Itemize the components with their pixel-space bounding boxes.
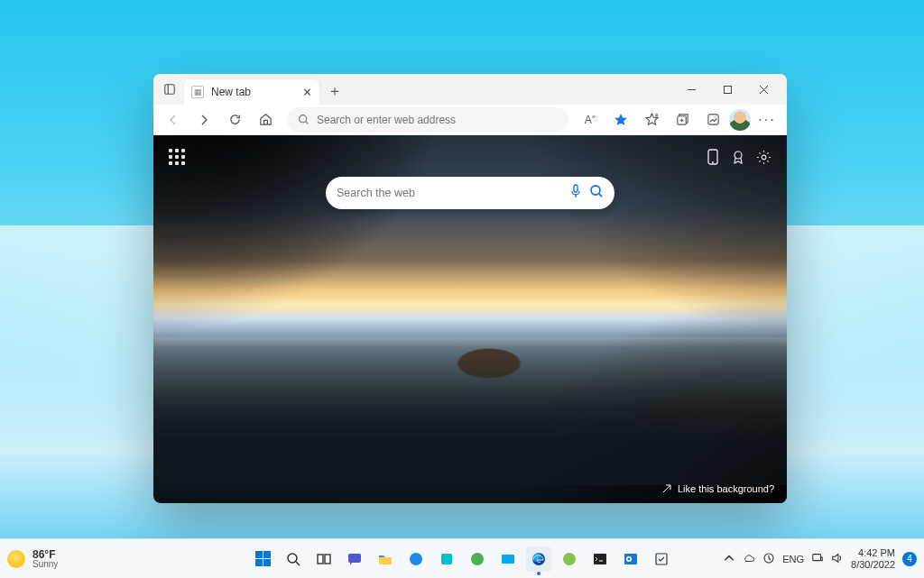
svg-rect-38 bbox=[656, 554, 667, 564]
svg-rect-25 bbox=[318, 555, 323, 564]
extension-button[interactable] bbox=[698, 107, 727, 133]
mobile-icon[interactable] bbox=[700, 144, 725, 170]
settings-gear-icon[interactable] bbox=[751, 144, 776, 170]
svg-line-22 bbox=[599, 194, 602, 197]
taskbar-app-icon[interactable] bbox=[403, 546, 429, 572]
language-indicator[interactable]: ENG bbox=[782, 554, 804, 564]
svg-point-21 bbox=[591, 186, 600, 195]
taskbar-app-icon[interactable] bbox=[434, 546, 459, 572]
svg-point-19 bbox=[762, 155, 766, 160]
back-button[interactable] bbox=[159, 107, 188, 133]
svg-rect-40 bbox=[813, 554, 821, 560]
home-button[interactable] bbox=[251, 107, 280, 133]
taskbar-app-icon[interactable] bbox=[495, 546, 521, 572]
like-background-button[interactable]: Like this background? bbox=[661, 483, 774, 494]
svg-rect-3 bbox=[724, 86, 731, 93]
edge-browser-window: ▦ New tab ✕ ＋ A» bbox=[153, 74, 787, 503]
favorites-list-button[interactable] bbox=[637, 107, 666, 133]
window-controls bbox=[673, 77, 781, 102]
more-menu-button[interactable]: ··· bbox=[753, 107, 781, 133]
svg-point-23 bbox=[288, 554, 297, 563]
weather-condition: Sunny bbox=[32, 560, 58, 569]
tab-actions-button[interactable] bbox=[159, 78, 180, 100]
taskbar-app-icon[interactable] bbox=[557, 546, 582, 572]
svg-point-33 bbox=[563, 553, 576, 565]
svg-rect-31 bbox=[502, 555, 514, 564]
refresh-button[interactable] bbox=[220, 107, 249, 133]
ntp-search-box[interactable] bbox=[326, 177, 614, 209]
svg-rect-29 bbox=[441, 554, 452, 564]
chat-button[interactable] bbox=[342, 546, 367, 572]
taskbar: 86°F Sunny EN bbox=[0, 538, 924, 578]
desktop: ▦ New tab ✕ ＋ A» bbox=[0, 0, 924, 578]
svg-line-24 bbox=[296, 562, 300, 565]
svg-rect-20 bbox=[574, 185, 578, 192]
file-explorer-button[interactable] bbox=[373, 546, 398, 572]
svg-point-37 bbox=[628, 557, 631, 560]
date-label: 8/30/2022 bbox=[851, 559, 895, 571]
minimize-button[interactable] bbox=[673, 77, 709, 102]
taskbar-app-icon[interactable] bbox=[465, 546, 490, 572]
titlebar: ▦ New tab ✕ ＋ bbox=[153, 74, 787, 105]
edge-taskbar-button[interactable] bbox=[526, 546, 551, 572]
profile-button[interactable] bbox=[729, 109, 751, 131]
svg-line-7 bbox=[306, 122, 308, 124]
outlook-button[interactable] bbox=[618, 546, 643, 572]
maximize-button[interactable] bbox=[709, 77, 745, 102]
taskbar-app-icon[interactable] bbox=[649, 546, 674, 572]
tray-onedrive-icon[interactable] bbox=[743, 552, 755, 566]
notification-badge[interactable]: 4 bbox=[902, 552, 917, 566]
tab-title: New tab bbox=[211, 86, 251, 98]
app-launcher-button[interactable] bbox=[164, 144, 189, 170]
weather-widget[interactable]: 86°F Sunny bbox=[7, 549, 58, 569]
ntp-topbar bbox=[164, 144, 776, 170]
address-input[interactable] bbox=[317, 114, 558, 126]
close-window-button[interactable] bbox=[745, 77, 781, 102]
svg-point-30 bbox=[471, 553, 484, 565]
time-label: 4:42 PM bbox=[858, 547, 895, 559]
weather-sun-icon bbox=[7, 550, 25, 568]
tray-app-icon[interactable] bbox=[762, 552, 775, 566]
collections-button[interactable] bbox=[668, 107, 697, 133]
svg-rect-27 bbox=[348, 554, 361, 563]
tab-favicon: ▦ bbox=[191, 86, 204, 98]
rewards-icon[interactable] bbox=[725, 144, 751, 170]
terminal-button[interactable] bbox=[587, 546, 613, 572]
svg-rect-26 bbox=[325, 555, 330, 564]
svg-point-18 bbox=[735, 151, 742, 159]
voice-search-icon[interactable] bbox=[569, 184, 582, 202]
browser-tab[interactable]: ▦ New tab ✕ bbox=[184, 79, 319, 105]
svg-point-28 bbox=[410, 553, 422, 565]
forward-button[interactable] bbox=[189, 107, 218, 133]
new-tab-page: Like this background? bbox=[153, 135, 787, 503]
tab-close-button[interactable]: ✕ bbox=[302, 87, 312, 98]
weather-temp: 86°F bbox=[32, 549, 58, 560]
favorite-button[interactable] bbox=[606, 107, 635, 133]
tray-chevron-up-icon[interactable] bbox=[723, 552, 735, 566]
task-view-button[interactable] bbox=[311, 546, 337, 572]
taskbar-search-button[interactable] bbox=[281, 546, 306, 572]
network-icon[interactable] bbox=[811, 552, 824, 566]
system-tray: ENG 4:42 PM 8/30/2022 4 bbox=[723, 547, 917, 570]
search-icon bbox=[298, 114, 310, 125]
svg-rect-34 bbox=[594, 554, 606, 564]
taskbar-center bbox=[250, 546, 674, 572]
svg-point-6 bbox=[300, 115, 307, 123]
clock[interactable]: 4:42 PM 8/30/2022 bbox=[851, 547, 895, 570]
volume-icon[interactable] bbox=[831, 552, 844, 566]
read-aloud-button[interactable]: A» bbox=[576, 107, 605, 133]
ntp-search-input[interactable] bbox=[337, 187, 562, 199]
address-bar[interactable] bbox=[287, 107, 568, 133]
like-background-label: Like this background? bbox=[678, 483, 774, 494]
toolbar: A» ··· bbox=[153, 105, 787, 135]
search-submit-icon[interactable] bbox=[589, 184, 604, 202]
start-button[interactable] bbox=[250, 546, 275, 572]
svg-rect-0 bbox=[165, 85, 175, 95]
new-tab-button[interactable]: ＋ bbox=[323, 79, 346, 103]
